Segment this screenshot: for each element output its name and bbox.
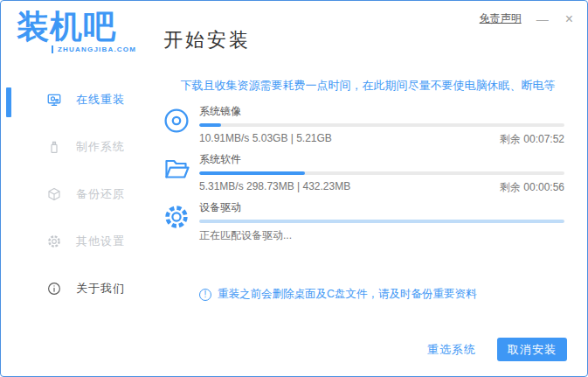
gear-icon [163,203,190,231]
progress-fill [199,171,305,175]
task-stats: 5.31MB/s 298.73MB | 432.23MB [199,180,350,195]
about-us-info-icon [46,281,62,297]
progress-track [199,123,564,127]
sidebar-item-other-settings[interactable]: 其他设置 [1,228,149,255]
sidebar-item-about-us[interactable]: 关于我们 [1,276,149,302]
task-remaining-time: 剩余 00:00:56 [500,180,564,195]
cancel-install-button[interactable]: 取消安装 [497,338,567,361]
progress-fill [199,123,221,127]
task-row-system-software: 系统软件 5.31MB/s 298.73MB | 432.23MB 剩余 00:… [163,150,566,195]
online-reinstall-monitor-icon [46,92,62,108]
folder-icon [163,155,190,183]
reselect-system-button[interactable]: 重选系统 [427,342,476,358]
sidebar-item-online-reinstall[interactable]: 在线重装 [1,87,149,113]
task-label: 系统镜像 [199,104,564,119]
page-title: 开始安装 [163,27,251,53]
progress-track [199,171,564,175]
backup-warning: ! 重装之前会删除桌面及C盘文件，请及时备份重要资料 [199,287,477,302]
sidebar-item-label: 制作系统 [76,139,125,155]
sidebar-item-label: 在线重装 [76,92,125,108]
close-button[interactable]: × [564,12,575,26]
progress-track [199,220,564,223]
task-status-text: 正在匹配设备驱动... [199,228,292,243]
task-row-device-driver: 设备驱动 正在匹配设备驱动... [163,199,566,243]
titlebar: 免责声明 — × [480,11,575,26]
sidebar: 在线重装 制作系统 备份还原 [1,1,149,376]
disclaimer-link[interactable]: 免责声明 [480,11,522,26]
sidebar-item-make-system[interactable]: 制作系统 [1,134,149,160]
task-label: 系统软件 [199,152,564,167]
backup-restore-box-icon [46,186,62,202]
make-system-usb-icon [46,139,62,155]
warning-circle-icon: ! [199,289,211,301]
footer-actions: 重选系统 取消安装 [427,338,567,361]
sidebar-item-label: 关于我们 [76,281,125,297]
download-warning-text: 下载且收集资源需要耗费一点时间，在此期间尽量不要使电脑休眠、断电等 [163,78,573,94]
sidebar-item-label: 其他设置 [76,234,125,249]
progress-fill [199,220,564,223]
task-label: 设备驱动 [199,200,564,215]
task-row-system-image: 系统镜像 10.91MB/s 5.03GB | 5.21GB 剩余 00:07:… [163,102,566,147]
backup-warning-text: 重装之前会删除桌面及C盘文件，请及时备份重要资料 [218,287,477,302]
task-remaining-time: 剩余 00:07:52 [500,132,564,147]
minimize-button[interactable]: — [535,13,550,25]
other-settings-gear-icon [46,234,62,249]
sidebar-item-label: 备份还原 [76,186,125,202]
disc-icon [163,107,190,135]
task-stats: 10.91MB/s 5.03GB | 5.21GB [199,132,332,147]
sidebar-item-backup-restore[interactable]: 备份还原 [1,181,149,207]
main-content: 下载且收集资源需要耗费一点时间，在此期间尽量不要使电脑休眠、断电等 系统镜像 1… [163,74,573,377]
installer-window: 免责声明 — × 装机吧 ZHUANGJIBA.COM 开始安装 在线重装 [0,0,588,377]
